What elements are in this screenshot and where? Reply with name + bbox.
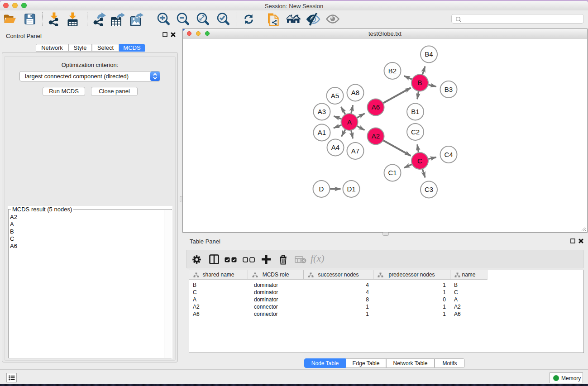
svg-text:B: B: [417, 79, 422, 86]
svg-text:C: C: [417, 157, 422, 165]
svg-text:A8: A8: [351, 89, 359, 96]
svg-text:D: D: [319, 185, 324, 193]
svg-text:C1: C1: [388, 169, 397, 176]
svg-text:A7: A7: [351, 147, 359, 155]
svg-text:A4: A4: [331, 143, 339, 151]
svg-text:B2: B2: [388, 67, 397, 75]
svg-text:C4: C4: [444, 151, 453, 158]
svg-text:A5: A5: [331, 92, 339, 100]
svg-text:A: A: [347, 118, 352, 126]
svg-text:C2: C2: [411, 128, 420, 136]
svg-text:A6: A6: [372, 103, 380, 111]
svg-text:A3: A3: [318, 108, 326, 115]
svg-text:B4: B4: [425, 50, 433, 58]
svg-text:B1: B1: [411, 108, 419, 115]
svg-text:A2: A2: [372, 132, 380, 140]
svg-text:C3: C3: [425, 186, 433, 193]
svg-text:B3: B3: [445, 86, 453, 93]
svg-text:A1: A1: [318, 129, 326, 136]
svg-text:D1: D1: [347, 185, 355, 193]
